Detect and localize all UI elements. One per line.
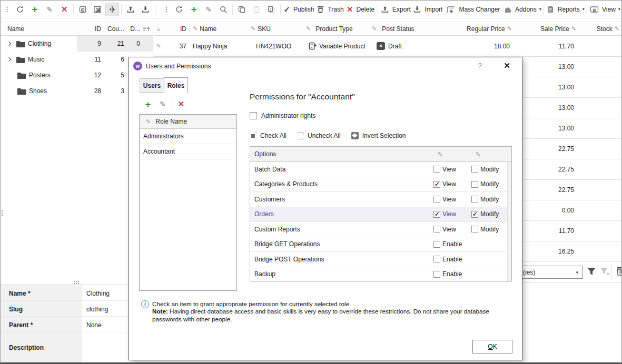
modify-checkbox[interactable] — [471, 196, 478, 203]
column-header-regular-price[interactable]: Regular Price✎ — [449, 25, 516, 33]
toolbar-drag-grip[interactable]: ⋮ — [160, 3, 171, 16]
add-role-button[interactable]: + — [141, 97, 155, 111]
expand-chevron-icon[interactable] — [7, 42, 11, 46]
image-button[interactable] — [91, 3, 104, 16]
role-row-accountant[interactable]: Accountant — [140, 144, 236, 159]
column-header-id[interactable]: ID — [77, 25, 101, 33]
left-edge-splitter[interactable] — [1, 208, 4, 219]
enable-checkbox[interactable] — [433, 256, 440, 262]
view-checkbox[interactable] — [433, 181, 440, 188]
roles-list-header[interactable]: ✎Role Name — [140, 115, 236, 129]
paste-button[interactable] — [250, 3, 263, 16]
permission-row-orders[interactable]: Orders View Modify — [250, 207, 511, 223]
export-button[interactable]: Export — [380, 3, 411, 16]
clear-filter-button[interactable] — [599, 266, 611, 278]
edit-category-button[interactable]: ✎ — [43, 3, 56, 16]
column-header-product-type[interactable]: ✎Product Type — [304, 25, 370, 33]
edit-role-button[interactable]: ✎ — [156, 97, 170, 111]
add-product-button[interactable]: + — [187, 3, 201, 16]
enable-checkbox[interactable] — [433, 271, 440, 278]
note-text: Check an item to grant appropriate permi… — [152, 300, 508, 323]
delete-role-button[interactable]: ✕ — [174, 97, 188, 111]
publish-button[interactable]: ✓Publish — [283, 3, 314, 16]
ok-button[interactable]: OK — [472, 340, 512, 353]
permission-row-bridge-get[interactable]: Bridge GET Operations Enable — [250, 237, 511, 252]
column-header-post-status[interactable]: ✎Post Status — [370, 25, 449, 33]
dialog-help-button[interactable]: ? — [478, 62, 482, 69]
folder-icon — [16, 41, 25, 47]
enable-checkbox[interactable] — [433, 241, 440, 248]
addons-button[interactable]: Addons▾ — [503, 3, 541, 16]
mass-changer-button[interactable]: ✱Mass Changer — [448, 3, 499, 16]
role-row-administrators[interactable]: Administrators — [140, 129, 236, 144]
view-checkbox[interactable] — [433, 226, 440, 232]
permission-row-batch-data[interactable]: Batch Data View Modify — [250, 162, 511, 177]
check-all-button[interactable]: Check All — [250, 132, 287, 139]
search-button[interactable] — [216, 3, 230, 16]
administrator-rights-row[interactable]: Administrator rights — [250, 112, 315, 119]
permission-row-backup[interactable]: Backup Enable — [250, 267, 511, 282]
invert-selection-button[interactable]: Invert Selection — [351, 132, 406, 139]
apply-filter-button[interactable] — [586, 266, 597, 278]
permissions-table-header[interactable]: Options ✎ ✎ — [250, 147, 511, 162]
copy-button[interactable] — [235, 3, 249, 16]
copy-special-button[interactable] — [264, 3, 278, 16]
export-categories-button[interactable] — [124, 3, 137, 16]
refresh-categories-button[interactable] — [13, 3, 27, 16]
view-button[interactable]: View▾ — [589, 3, 621, 16]
view-checkbox[interactable] — [433, 166, 440, 173]
uncheck-all-button[interactable]: Uncheck All — [297, 132, 341, 139]
column-header-stock[interactable]: Stock✎ — [580, 25, 622, 33]
modify-checkbox[interactable] — [471, 166, 478, 173]
add-icon: + — [145, 99, 151, 109]
tab-roles[interactable]: Roles — [164, 77, 188, 93]
add-category-button[interactable]: + — [28, 3, 42, 16]
administrator-rights-checkbox[interactable] — [250, 112, 257, 119]
permission-row-bridge-post[interactable]: Bridge POST Operations Enable — [250, 252, 511, 267]
split-view-button[interactable] — [105, 3, 119, 16]
permission-row-custom-reports[interactable]: Custom Reports View Modify — [250, 222, 511, 237]
view-eye-icon — [590, 5, 599, 14]
permissions-scrollbar[interactable] — [507, 162, 511, 281]
view-checkbox[interactable] — [433, 196, 440, 203]
column-header-sale-price[interactable]: Sale Price✎ — [516, 25, 580, 33]
sale-price: 11.70 — [516, 221, 580, 241]
column-header-name[interactable]: ✎Name — [191, 25, 249, 33]
dialog-close-button[interactable]: ✕ — [503, 61, 510, 70]
delete-product-button[interactable]: ✕Delete — [345, 3, 375, 16]
dropdown-caret-icon: ▾ — [539, 7, 541, 12]
sort-ascending-icon[interactable] — [140, 26, 153, 32]
column-header-name[interactable]: Name — [1, 22, 77, 35]
refresh-products-button[interactable] — [172, 3, 186, 16]
modify-checkbox[interactable] — [471, 181, 478, 188]
edit-product-button[interactable]: ✎ — [202, 3, 215, 16]
category-tree-header[interactable]: Name ID Cou... D... — [1, 22, 153, 36]
import-button[interactable]: Import — [412, 3, 443, 16]
import-categories-button[interactable] — [139, 3, 152, 16]
trash-button[interactable]: Trash — [316, 3, 345, 16]
product-row-happy-ninja[interactable]: ✎ 37 Happy Ninja HN421WOO Variable Produ… — [154, 36, 622, 57]
column-header-count[interactable]: Cou... — [101, 25, 124, 33]
expand-chevron-icon[interactable] — [7, 57, 11, 62]
preview-button[interactable] — [76, 3, 90, 16]
clear-grid-button[interactable] — [616, 266, 622, 278]
column-header-d[interactable]: D... — [124, 25, 140, 33]
dialog-titlebar[interactable]: w Users and Permissions — [129, 57, 522, 75]
category-filter-combobox[interactable]: (ies)▼ — [520, 266, 583, 279]
sale-price: 11.70 — [516, 43, 580, 50]
copy-special-icon — [267, 5, 275, 14]
pencil-icon: ✎ — [507, 25, 512, 32]
column-header-sku[interactable]: ✎SKU — [249, 25, 304, 33]
reports-button[interactable]: Reports▾ — [546, 3, 585, 16]
permission-row-categories-products[interactable]: Categories & Products View Modify — [250, 177, 511, 193]
toolbar-section-divider — [156, 4, 156, 15]
view-checkbox[interactable] — [433, 211, 440, 218]
column-header-id[interactable]: ID — [163, 25, 191, 33]
tree-row-clothing[interactable]: Clothing 9 21 0 — [1, 36, 153, 52]
permission-row-customers[interactable]: Customers View Modify — [250, 192, 511, 207]
modify-checkbox[interactable] — [471, 211, 478, 218]
delete-category-button[interactable]: ✕ — [57, 3, 71, 16]
modify-checkbox[interactable] — [471, 226, 478, 232]
toolbar-drag-grip[interactable]: ⋮ — [1, 3, 12, 16]
tab-users[interactable]: Users — [140, 78, 164, 93]
